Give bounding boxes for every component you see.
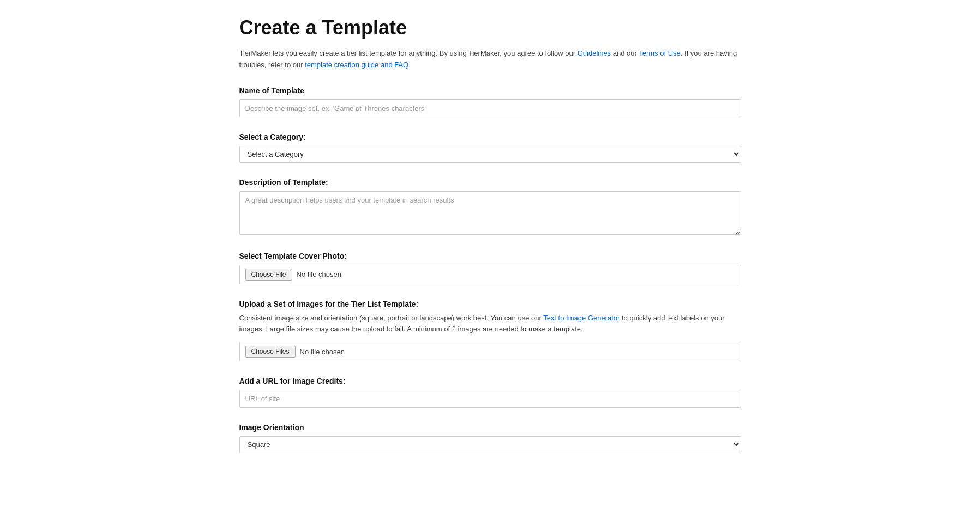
image-orientation-dropdown[interactable]: Square Portrait Landscape — [239, 436, 741, 453]
text-to-image-link[interactable]: Text to Image Generator — [543, 314, 620, 322]
guide-link[interactable]: template creation guide and FAQ — [305, 61, 408, 69]
cover-photo-choose-btn[interactable]: Choose File — [245, 269, 292, 281]
name-of-template-input[interactable] — [239, 99, 741, 117]
page-title: Create a Template — [239, 16, 741, 39]
name-of-template-label: Name of Template — [239, 86, 741, 95]
upload-images-no-file-text: No file chosen — [300, 348, 345, 356]
image-orientation-section: Image Orientation Square Portrait Landsc… — [239, 423, 741, 453]
select-category-label: Select a Category: — [239, 133, 741, 141]
upload-images-label: Upload a Set of Images for the Tier List… — [239, 300, 741, 308]
upload-desc-1: Consistent image size and orientation (s… — [239, 314, 544, 322]
terms-link[interactable]: Terms of Use — [639, 49, 681, 57]
image-orientation-label: Image Orientation — [239, 423, 741, 432]
page-container: Create a Template TierMaker lets you eas… — [229, 0, 752, 501]
description-section: Description of Template: — [239, 178, 741, 236]
select-category-section: Select a Category: Select a Category Ani… — [239, 133, 741, 163]
upload-images-section: Upload a Set of Images for the Tier List… — [239, 300, 741, 362]
url-credits-label: Add a URL for Image Credits: — [239, 377, 741, 385]
url-credits-input[interactable] — [239, 390, 741, 408]
intro-text-2: and our — [611, 49, 639, 57]
upload-description: Consistent image size and orientation (s… — [239, 313, 741, 336]
cover-photo-label: Select Template Cover Photo: — [239, 252, 741, 260]
upload-images-file-wrapper: Choose Files No file chosen — [239, 342, 741, 361]
intro-text: TierMaker lets you easily create a tier … — [239, 48, 741, 71]
select-category-dropdown[interactable]: Select a Category Anime & Manga Gaming M… — [239, 146, 741, 163]
cover-photo-no-file-text: No file chosen — [297, 270, 341, 278]
upload-images-choose-btn[interactable]: Choose Files — [245, 346, 296, 358]
cover-photo-file-wrapper: Choose File No file chosen — [239, 265, 741, 284]
name-of-template-section: Name of Template — [239, 86, 741, 117]
description-label: Description of Template: — [239, 178, 741, 187]
description-textarea[interactable] — [239, 191, 741, 235]
intro-text-4: . — [408, 61, 411, 69]
intro-text-1: TierMaker lets you easily create a tier … — [239, 49, 578, 57]
guidelines-link[interactable]: Guidelines — [578, 49, 611, 57]
url-credits-section: Add a URL for Image Credits: — [239, 377, 741, 408]
cover-photo-section: Select Template Cover Photo: Choose File… — [239, 252, 741, 284]
